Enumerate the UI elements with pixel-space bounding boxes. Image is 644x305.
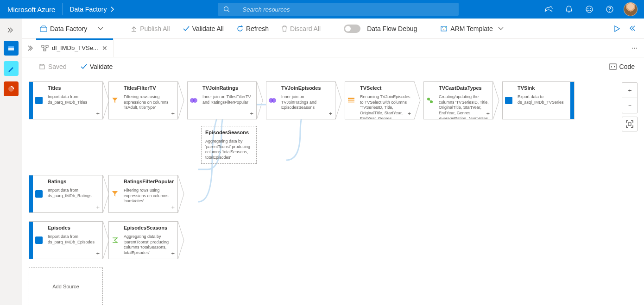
- svg-rect-20: [628, 123, 631, 125]
- node-ratings-filter[interactable]: RatingsFilterPopularFiltering rows using…: [108, 175, 178, 213]
- expand-rail-icon[interactable]: [0, 22, 22, 38]
- node-tvselect[interactable]: TVSelectRenaming TVJoinEpisodes to TVSel…: [345, 81, 414, 119]
- svg-point-15: [443, 29, 444, 30]
- search-placeholder: Search resources: [243, 6, 290, 13]
- rail-item-author[interactable]: [4, 61, 19, 76]
- svg-rect-17: [46, 45, 48, 47]
- rail-item-home[interactable]: [4, 41, 19, 56]
- node-desc: Import data from ds_parq_IMDb_Ratings: [48, 188, 100, 199]
- svg-point-4: [590, 8, 591, 9]
- brand-label[interactable]: Microsoft Azure: [0, 3, 63, 15]
- node-desc: Export data to ds_asql_IMDb_TVSeries: [518, 94, 568, 105]
- toggle-switch-icon: [344, 25, 360, 33]
- add-step-icon[interactable]: +: [96, 250, 100, 257]
- code-label: Code: [619, 63, 635, 70]
- data-factory-dropdown[interactable]: Data Factory: [35, 21, 107, 36]
- zoom-in-button[interactable]: ＋: [622, 83, 637, 98]
- join-icon: [269, 98, 276, 103]
- add-step-icon[interactable]: +: [171, 110, 175, 117]
- run-icon[interactable]: [614, 25, 620, 32]
- add-step-icon[interactable]: +: [96, 110, 100, 117]
- filter-icon: [112, 191, 118, 197]
- aggregate-icon: [112, 237, 118, 243]
- chevron-down-icon: [499, 27, 503, 30]
- add-source-label: Add Source: [52, 284, 79, 289]
- cloud-shell-icon[interactable]: [538, 0, 559, 19]
- expand-tabs-icon[interactable]: [26, 39, 36, 57]
- help-icon[interactable]: [600, 0, 620, 19]
- main-toolbar: Data Factory Publish All Validate All Re…: [22, 19, 644, 39]
- add-step-icon[interactable]: +: [171, 204, 175, 211]
- factory-icon: [40, 25, 47, 32]
- rail-item-monitor[interactable]: [4, 81, 19, 96]
- node-title: EpisodesSeasons: [124, 225, 175, 230]
- close-icon[interactable]: ✕: [102, 45, 107, 51]
- add-step-icon[interactable]: +: [250, 110, 253, 117]
- validate-all-label: Validate All: [192, 25, 224, 32]
- tab-dataflow[interactable]: df_IMDb_TVSe... ✕: [36, 39, 114, 57]
- tabs-overflow-icon[interactable]: ⋯: [625, 39, 644, 57]
- code-button[interactable]: Code: [609, 63, 635, 70]
- node-tvsink[interactable]: TVSinkExport data to ds_asql_IMDb_TVSeri…: [502, 81, 575, 119]
- dataflow-debug-toggle[interactable]: Data Flow Debug: [339, 21, 422, 36]
- node-tvjoinratings[interactable]: TVJoinRatingsInner join on TitlesFilterT…: [187, 81, 257, 119]
- add-step-icon[interactable]: +: [328, 110, 332, 117]
- breadcrumb[interactable]: Data Factory: [63, 6, 120, 13]
- add-step-icon[interactable]: +: [171, 250, 175, 257]
- zoom-out-button[interactable]: －: [622, 98, 637, 113]
- select-icon: [348, 98, 354, 103]
- node-titles-filter[interactable]: TitlesFilterTVFiltering rows using expre…: [108, 81, 178, 119]
- validate-all-button[interactable]: Validate All: [178, 21, 228, 36]
- refresh-button[interactable]: Refresh: [232, 21, 273, 36]
- publish-all-button[interactable]: Publish All: [126, 21, 175, 36]
- node-title: TVJoinRatings: [202, 85, 253, 91]
- arm-icon: [440, 25, 448, 32]
- data-factory-label: Data Factory: [50, 25, 87, 32]
- collapse-icon[interactable]: [628, 26, 635, 31]
- svg-rect-25: [348, 98, 354, 99]
- dataflow-canvas[interactable]: ＋ － TitlesImport data from ds_parq_IMDb_…: [22, 76, 644, 305]
- avatar[interactable]: [624, 2, 638, 16]
- node-ratings[interactable]: RatingsImport data from ds_parq_IMDb_Rat…: [29, 175, 103, 213]
- saved-status: Saved: [39, 63, 67, 70]
- node-episodes-seasons[interactable]: EpisodesSeasonsAggregating data by 'pare…: [108, 221, 178, 259]
- saved-label: Saved: [48, 63, 67, 70]
- node-tvjoinepisodes[interactable]: TVJoinEpisodesInner join on TVJoinRating…: [266, 81, 335, 119]
- svg-point-0: [224, 7, 228, 11]
- node-titles[interactable]: TitlesImport data from ds_parq_IMDb_Titl…: [29, 81, 103, 119]
- derived-icon: [427, 97, 433, 104]
- svg-rect-19: [610, 64, 616, 69]
- notifications-icon[interactable]: [559, 0, 579, 19]
- add-step-icon[interactable]: +: [96, 204, 100, 211]
- node-title: Episodes: [48, 225, 100, 230]
- code-icon: [609, 63, 617, 70]
- node-title: TVCastDataTypes: [439, 85, 490, 91]
- svg-point-24: [271, 98, 276, 103]
- node-episodes[interactable]: EpisodesImport data from ds_parq_IMDb_Ep…: [29, 221, 103, 259]
- svg-point-14: [445, 27, 446, 28]
- node-title: TVJoinEpisodes: [281, 85, 332, 91]
- refresh-label: Refresh: [246, 25, 269, 32]
- node-desc: Import data from ds_parq_IMDb_Titles: [48, 94, 100, 105]
- feedback-icon[interactable]: [579, 0, 600, 19]
- node-episodes-seasons-ref[interactable]: EpisodesSeasonsAggregating data by 'pare…: [201, 126, 257, 164]
- fit-to-screen-button[interactable]: [622, 117, 638, 131]
- node-desc: Aggregating data by 'parentTconst' produ…: [124, 234, 175, 256]
- publish-icon: [131, 25, 137, 32]
- node-desc: Aggregating data by 'parentTconst' produ…: [205, 139, 253, 161]
- svg-rect-16: [42, 45, 44, 47]
- azure-header: Microsoft Azure Data Factory Search reso…: [0, 0, 644, 19]
- node-tvcast[interactable]: TVCastDataTypesCreating/updating the col…: [423, 81, 493, 119]
- discard-all-button[interactable]: Discard All: [277, 21, 325, 36]
- add-step-icon[interactable]: +: [407, 110, 411, 117]
- add-step-icon[interactable]: +: [486, 110, 490, 117]
- node-desc: Import data from ds_parq_IMDb_Episodes: [48, 234, 100, 245]
- svg-rect-26: [348, 100, 354, 101]
- node-desc: Creating/updating the columns 'TVSeriesI…: [439, 94, 490, 119]
- sub-toolbar: Saved Validate Code: [22, 57, 644, 76]
- add-source-button[interactable]: Add Source: [29, 268, 103, 305]
- refresh-icon: [237, 25, 243, 32]
- validate-button[interactable]: Validate: [81, 63, 113, 70]
- search-input[interactable]: Search resources: [218, 3, 459, 16]
- arm-template-dropdown[interactable]: ARM Template: [436, 21, 508, 36]
